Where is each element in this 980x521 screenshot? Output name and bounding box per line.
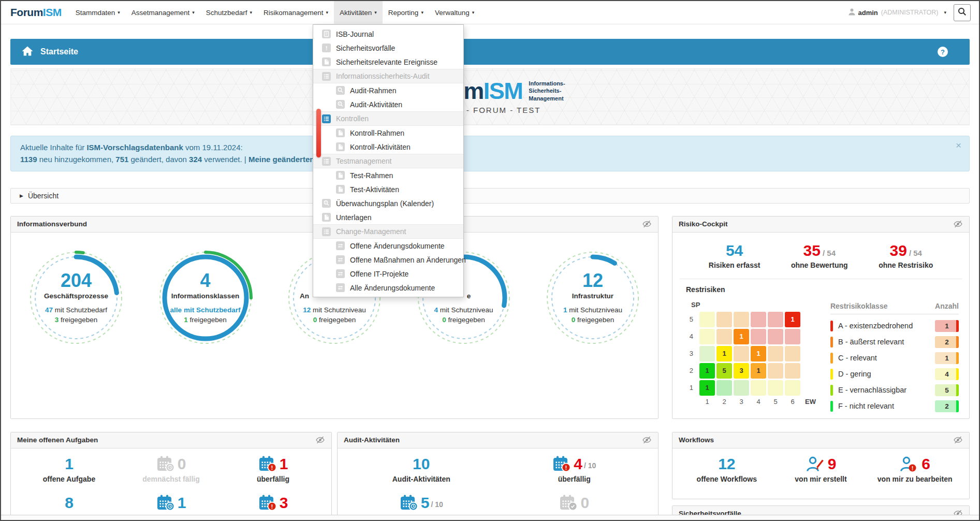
notice-line-1: Aktuelle Inhalte für ISM-Vorschlagsdaten… xyxy=(20,141,960,153)
stat-von-mir-erstellt[interactable]: 9von mir erstellt xyxy=(774,454,868,483)
app-logo[interactable]: ForumISM xyxy=(10,6,62,19)
nav-item-label: Assetmanagement xyxy=(131,9,190,17)
nav-item-reporting[interactable]: Reporting▾ xyxy=(383,1,429,24)
legend-count-badge: 1 xyxy=(935,352,959,364)
matrix-cell-sp2-ew4[interactable]: 1 xyxy=(751,363,766,379)
legend-label: A - existenzbedrohend xyxy=(838,322,913,330)
search-icon xyxy=(958,7,967,18)
user-menu[interactable]: admin (ADMINISTRATOR) ▾ xyxy=(849,8,946,17)
matrix-cell-sp4-ew3[interactable]: 1 xyxy=(734,329,749,344)
stat-überfällig[interactable]: !4/ 10überfällig xyxy=(498,454,651,483)
overview-toggle[interactable]: ▶ Übersicht xyxy=(10,188,970,204)
menu-item-audit-aktivitäten[interactable]: Audit-Aktivitäten xyxy=(313,97,463,111)
menu-item-kontroll-rahmen[interactable]: Kontroll-Rahmen xyxy=(313,126,463,140)
close-icon[interactable]: × xyxy=(956,140,961,150)
legend-row-a[interactable]: A - existenzbedrohend1 xyxy=(830,320,959,332)
stat-value: 1 xyxy=(65,456,74,472)
nav-item-assetmanagement[interactable]: Assetmanagement▾ xyxy=(126,1,200,24)
donut-label: e xyxy=(467,292,471,300)
svg-text:!: ! xyxy=(565,465,567,471)
legend-row-e[interactable]: E - vernachlässigbar5 xyxy=(830,384,959,396)
matrix-cell-sp3-ew4[interactable]: 1 xyxy=(751,346,766,361)
stat-überfällig[interactable]: !1überfällig xyxy=(222,454,324,483)
matrix-cell-sp5-ew1 xyxy=(699,312,715,327)
donut-chart-geschäftsprozesse[interactable]: 204Geschäftsprozesse47 mit Schutzbedarf3… xyxy=(26,248,126,348)
menu-item-offene-maßnahmen-an-änderungen[interactable]: Offene Maßnahmen an Änderungen xyxy=(313,253,463,267)
matrix-cell-sp3-ew2[interactable]: 1 xyxy=(716,346,732,361)
matrix-cell-sp3-ew1 xyxy=(699,346,715,361)
doc-icon xyxy=(336,142,345,151)
menu-item-offene-it-projekte[interactable]: Offene IT-Projekte xyxy=(313,267,463,281)
matrix-cell-sp2-ew2[interactable]: 5 xyxy=(716,363,732,379)
legend-count-badge: 4 xyxy=(935,368,959,380)
user-role: (ADMINISTRATOR) xyxy=(881,9,939,16)
risk-stat-ohne-bewertung[interactable]: 35/ 54ohne Bewertung xyxy=(791,243,848,269)
risk-stat-risiken-erfasst[interactable]: 54Risiken erfasst xyxy=(709,243,760,269)
menu-item-sicherheitsvorfälle[interactable]: !Sicherheitsvorfälle xyxy=(313,41,463,55)
hide-widget-button[interactable] xyxy=(953,436,963,444)
donut-chart-informationsklassen[interactable]: 4Informationsklassenalle mit Schutzbedar… xyxy=(156,248,255,348)
menu-item-sicherheitsrelevante-ereignisse[interactable]: Sicherheitsrelevante Ereignisse xyxy=(313,55,463,69)
legend-row-f[interactable]: F - nicht relevant2 xyxy=(830,400,959,412)
stat-label: Audit-Aktivitäten xyxy=(345,475,498,483)
doc-icon xyxy=(336,171,345,180)
searchcal-icon xyxy=(322,199,331,208)
horizontal-scrollbar[interactable] xyxy=(1,515,979,520)
stat-value: 0 xyxy=(580,495,589,511)
menu-item-audit-rahmen[interactable]: Audit-Rahmen xyxy=(313,83,463,97)
matrix-cell-sp5-ew6[interactable]: 1 xyxy=(785,312,800,327)
hide-widget-button[interactable] xyxy=(642,436,652,444)
stat-value: 10 xyxy=(413,456,430,472)
matrix-cell-sp1-ew3 xyxy=(734,380,749,396)
list-icon xyxy=(322,114,331,123)
stat-audit-aktivitäten[interactable]: 10Audit-Aktivitäten xyxy=(345,454,498,483)
matrix-col-label: 6 xyxy=(785,398,800,406)
menu-item-isb-journal[interactable]: ISB-Journal xyxy=(313,27,463,41)
hide-widget-button[interactable] xyxy=(953,220,963,228)
risk-stat-ohne-restrisiko[interactable]: 39/ 54ohne Restrisiko xyxy=(879,243,933,269)
matrix-cell-sp1-ew1[interactable]: 1 xyxy=(699,380,715,396)
menu-item-test-aktivitäten[interactable]: Test-Aktivitäten xyxy=(313,182,463,196)
stat-von-mir-zu-bearbeiten[interactable]: !6von mir zu bearbeiten xyxy=(868,454,962,483)
legend-row-b[interactable]: B - äußerst relevant2 xyxy=(830,336,959,348)
matrix-cell-sp2-ew3[interactable]: 3 xyxy=(734,363,749,379)
nav-item-schutzbedarf[interactable]: Schutzbedarf▾ xyxy=(200,1,258,24)
legend-color-bar xyxy=(830,369,833,380)
hide-widget-button[interactable] xyxy=(642,220,652,228)
user-name: admin xyxy=(858,9,878,17)
menu-item-change-management: Change-Management xyxy=(313,224,463,239)
nav-item-aktivitäten[interactable]: Aktivitäten▾ xyxy=(334,1,383,24)
nav-item-stammdaten[interactable]: Stammdaten▾ xyxy=(70,1,126,24)
home-icon[interactable] xyxy=(22,46,33,58)
stat-offene-workflows[interactable]: 12offene Workflows xyxy=(680,454,774,483)
stat-label: offene Aufgabe xyxy=(18,475,120,483)
notice-line-2: 1139 neu hinzugekommen, 751 geändert, da… xyxy=(20,153,960,165)
stat-demnächst-fällig[interactable]: 0demnächst fällig xyxy=(120,454,222,483)
stat-offene-aufgabe[interactable]: 1offene Aufgabe xyxy=(18,454,120,483)
menu-item-überwachungsplan-kalender-[interactable]: Überwachungsplan (Kalender) xyxy=(313,196,463,210)
legend-color-bar xyxy=(830,321,833,331)
nav-item-verwaltung[interactable]: Verwaltung▾ xyxy=(429,1,480,24)
hide-widget-button[interactable] xyxy=(315,436,325,444)
legend-label: E - vernachlässigbar xyxy=(838,386,906,394)
page-content: Startseite ? ForumISM Informations- Sich… xyxy=(1,39,979,521)
menu-item-offene-änderungsdokumente[interactable]: Offene Änderungsdokumente xyxy=(313,239,463,253)
menu-item-unterlagen[interactable]: Unterlagen xyxy=(313,210,463,224)
donut-chart-infrastruktur[interactable]: 12Infrastruktur1 mit Schutzniveau0 freig… xyxy=(543,248,642,348)
legend-row-d[interactable]: D - gering4 xyxy=(830,368,959,380)
help-button[interactable]: ? xyxy=(938,47,948,57)
nav-item-risikomanagement[interactable]: Risikomanagement▾ xyxy=(258,1,334,24)
menu-item-kontroll-aktivitäten[interactable]: Kontroll-Aktivitäten xyxy=(313,140,463,154)
search-button[interactable] xyxy=(954,4,971,21)
person-edit-icon xyxy=(806,456,825,472)
legend-color-bar xyxy=(830,353,833,364)
matrix-cell-sp2-ew1[interactable]: 1 xyxy=(699,363,715,379)
legend-count-badge: 5 xyxy=(935,384,959,396)
panel-title: Workflows xyxy=(679,436,714,444)
menu-item-alle-änderungsdokumente[interactable]: Alle Änderungsdokumente xyxy=(313,281,463,295)
menu-item-label: Sicherheitsrelevante Ereignisse xyxy=(336,58,437,66)
menu-item-test-rahmen[interactable]: Test-Rahmen xyxy=(313,168,463,182)
stat-label: offene Workflows xyxy=(680,475,774,483)
legend-row-c[interactable]: C - relevant1 xyxy=(830,352,959,364)
stat-value: 12 xyxy=(718,456,735,472)
